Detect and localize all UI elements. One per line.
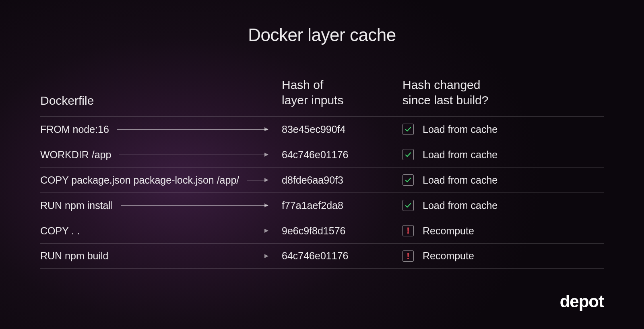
layer-cache-table: Dockerfile Hash of layer inputs Hash cha… (40, 77, 604, 269)
table-row: RUN npm build64c746e01176!Recompute (40, 243, 604, 269)
header-hash: Hash of layer inputs (282, 77, 402, 108)
check-icon (402, 200, 414, 211)
header-status: Hash changed since last build? (402, 77, 604, 108)
dockerfile-command: RUN npm build (40, 250, 282, 262)
cache-status: Load from cache (402, 174, 604, 186)
layer-hash: 83e45ec990f4 (282, 124, 402, 135)
table-row: COPY package.json package-lock.json /app… (40, 167, 604, 192)
arrow-right-icon (117, 256, 268, 256)
layer-hash: d8fde6aa90f3 (282, 174, 402, 186)
status-label: Load from cache (423, 149, 497, 161)
command-text: COPY package.json package-lock.json /app… (40, 174, 239, 186)
cache-status: Load from cache (402, 124, 604, 135)
dockerfile-command: RUN npm install (40, 200, 282, 211)
table-row: COPY . .9e6c9f8d1576!Recompute (40, 218, 604, 243)
table-row: WORKDIR /app64c746e01176Load from cache (40, 142, 604, 167)
check-icon (402, 124, 414, 135)
alert-icon: ! (402, 225, 414, 236)
layer-hash: 64c746e01176 (282, 250, 402, 262)
layer-hash: 64c746e01176 (282, 149, 402, 161)
command-text: RUN npm build (40, 250, 109, 262)
check-icon (402, 174, 414, 186)
table-header: Dockerfile Hash of layer inputs Hash cha… (40, 77, 604, 116)
status-label: Recompute (423, 250, 474, 262)
dockerfile-command: COPY package.json package-lock.json /app… (40, 174, 282, 186)
cache-status: !Recompute (402, 225, 604, 237)
command-text: FROM node:16 (40, 124, 109, 135)
layer-hash: f77a1aef2da8 (282, 200, 402, 211)
status-label: Recompute (423, 225, 474, 237)
arrow-right-icon (247, 180, 268, 180)
cache-status: Load from cache (402, 200, 604, 211)
alert-icon: ! (402, 250, 414, 262)
arrow-right-icon (121, 205, 268, 206)
dockerfile-command: COPY . . (40, 225, 282, 237)
status-label: Load from cache (423, 124, 497, 135)
check-icon (402, 149, 414, 160)
cache-status: !Recompute (402, 250, 604, 262)
cache-status: Load from cache (402, 149, 604, 161)
arrow-right-icon (88, 231, 268, 231)
table-row: FROM node:1683e45ec990f4Load from cache (40, 116, 604, 142)
status-label: Load from cache (423, 200, 497, 211)
depot-logo: depot (560, 292, 604, 311)
layer-hash: 9e6c9f8d1576 (282, 225, 402, 237)
page-title: Docker layer cache (0, 0, 644, 45)
dockerfile-command: WORKDIR /app (40, 149, 282, 161)
command-text: RUN npm install (40, 200, 113, 211)
table-row: RUN npm installf77a1aef2da8Load from cac… (40, 192, 604, 218)
dockerfile-command: FROM node:16 (40, 124, 282, 135)
command-text: COPY . . (40, 225, 80, 237)
arrow-right-icon (117, 129, 268, 130)
header-dockerfile: Dockerfile (40, 94, 282, 108)
status-label: Load from cache (423, 174, 497, 186)
arrow-right-icon (119, 155, 268, 155)
command-text: WORKDIR /app (40, 149, 111, 161)
